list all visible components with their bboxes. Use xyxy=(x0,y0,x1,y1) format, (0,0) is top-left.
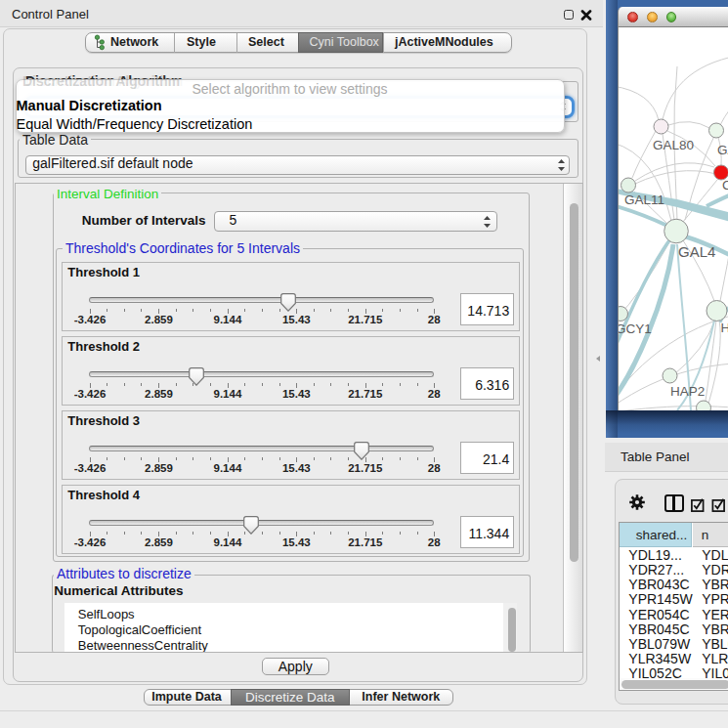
svg-text:GAL4: GAL4 xyxy=(678,243,715,260)
svg-text:CY: CY xyxy=(722,178,728,193)
svg-text:GAL11: GAL11 xyxy=(624,193,664,207)
svg-text:HAP2: HAP2 xyxy=(670,384,705,399)
svg-text:GAL80: GAL80 xyxy=(653,138,694,152)
svg-text:GA: GA xyxy=(717,143,728,157)
svg-text:GCY1: GCY1 xyxy=(619,321,652,336)
svg-text:HA: HA xyxy=(720,321,728,335)
